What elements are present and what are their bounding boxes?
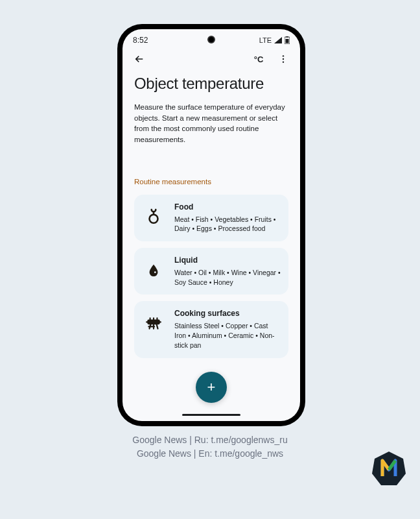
svg-point-3 [283,55,284,56]
grill-icon [139,309,168,337]
app-bar: °C [122,47,300,71]
svg-point-5 [283,61,284,62]
screen: 8:52 LTE °C [122,29,300,421]
card-food[interactable]: Food Meat • Fish • Vegetables • Fruits •… [134,195,288,241]
section-label: Routine measurements [134,178,288,186]
svg-rect-1 [286,36,288,38]
food-icon [139,202,168,231]
source-caption: Google News | Ru: t.me/googlenws_ru Goog… [0,433,420,461]
page-description: Measure the surface temperature of every… [134,102,288,145]
card-cooking-surfaces[interactable]: Cooking surfaces Stainless Steel • Coppe… [134,301,288,357]
battery-icon [285,36,290,44]
fab-add-button[interactable]: + [196,372,227,403]
svg-point-6 [150,214,158,223]
back-button[interactable] [132,51,147,67]
card-title: Food [174,202,281,211]
watermark-badge [371,450,407,487]
status-time: 8:52 [133,36,148,45]
cards-list: Food Meat • Fish • Vegetables • Fruits •… [134,195,288,358]
svg-rect-2 [286,39,289,43]
card-title: Liquid [174,256,281,265]
content: Object temperature Measure the surface t… [122,71,300,421]
card-subtitle: Stainless Steel • Copper • Cast Iron • A… [174,321,281,350]
more-menu-button[interactable] [275,51,291,67]
phone-frame: 8:52 LTE °C [117,24,305,426]
svg-point-4 [283,58,284,60]
card-subtitle: Water • Oil • Milk • Wine • Vinegar • So… [174,268,281,287]
signal-icon [274,37,282,43]
unit-toggle[interactable]: °C [251,51,266,67]
caption-line-2: Google News | En: t.me/google_nws [0,447,420,461]
camera-punchhole [207,36,215,43]
svg-point-7 [154,271,156,273]
caption-line-1: Google News | Ru: t.me/googlenws_ru [0,433,420,447]
nav-handle[interactable] [182,414,240,416]
card-subtitle: Meat • Fish • Vegetables • Fruits • Dair… [174,215,281,234]
status-network: LTE [259,36,272,44]
liquid-icon [139,256,168,284]
page-title: Object temperature [134,75,288,93]
card-title: Cooking surfaces [174,309,281,318]
card-liquid[interactable]: Liquid Water • Oil • Milk • Wine • Vineg… [134,248,288,295]
